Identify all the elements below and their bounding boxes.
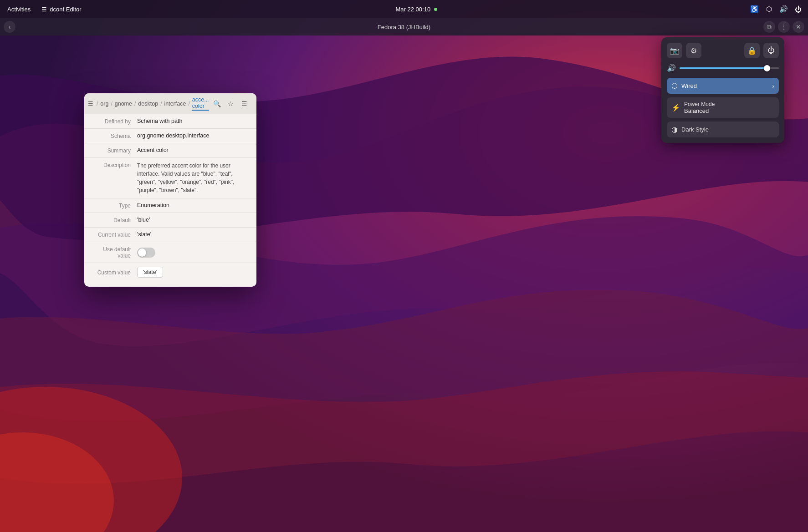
use-default-row: Use default value	[84, 242, 256, 263]
toggle-knob	[138, 248, 146, 257]
summary-value: Accent color	[137, 147, 249, 153]
activities-label: Activities	[7, 6, 31, 13]
app-menu-icon: ☰	[41, 6, 47, 13]
volume-knob	[764, 65, 770, 71]
defined-by-label: Defined by	[92, 118, 137, 125]
defined-by-value: Schema with path	[137, 118, 249, 124]
schema-value: org.gnome.desktop.interface	[137, 132, 249, 139]
volume-row: 🔊	[667, 64, 779, 72]
summary-row: Summary Accent color	[84, 143, 256, 158]
notification-dot	[434, 8, 437, 11]
description-value: The preferred accent color for the user …	[137, 162, 249, 194]
power-mode-info: Power Mode Balanced	[684, 101, 715, 114]
network-arrow-icon: ›	[772, 82, 774, 90]
titlebar-right-controls: ⧉ ⋮ ✕	[763, 21, 804, 33]
path-interface[interactable]: interface	[164, 101, 186, 107]
dark-style-icon: ◑	[671, 125, 678, 134]
path-desktop[interactable]: desktop	[138, 101, 158, 107]
dark-style-row[interactable]: ◑ Dark Style	[667, 122, 779, 137]
screenshot-icon: 📷	[670, 46, 679, 55]
topbar-right: ♿ ⬡ 🔊 ⏻	[748, 3, 808, 15]
popup-icons-left: 📷 ⚙	[667, 43, 701, 58]
type-value: Enumeration	[137, 202, 249, 208]
default-value: 'blue'	[137, 217, 249, 223]
type-label: Type	[92, 202, 137, 209]
settings-icon-btn[interactable]: ⚙	[686, 43, 701, 58]
titlebar-menu-button[interactable]: ⋮	[778, 21, 790, 33]
screenshot-icon-btn[interactable]: 📷	[667, 43, 682, 58]
settings-icon: ⚙	[690, 46, 697, 55]
description-label: Description	[92, 162, 137, 168]
current-value-row: Current value 'slate'	[84, 228, 256, 242]
power-icon[interactable]: ⏻	[792, 3, 804, 15]
topbar-center: Mar 22 00:10	[85, 6, 748, 13]
current-value-label: Current value	[92, 231, 137, 238]
window-titlebar: ‹ Fedora 38 (JHBuild) ⧉ ⋮ ✕	[0, 18, 808, 35]
path-icon: ☰	[88, 100, 93, 107]
systray-popup: 📷 ⚙ 🔒 ⏻ 🔊 ⬡ Wired › ⚡ Po	[661, 37, 784, 143]
schema-row: Schema org.gnome.desktop.interface	[84, 129, 256, 143]
power-off-icon-btn[interactable]: ⏻	[763, 43, 779, 58]
dark-style-label: Dark Style	[681, 126, 709, 133]
power-mode-subtitle: Balanced	[684, 107, 715, 114]
dconf-headerbar: ☰ / org / gnome / desktop / interface / …	[84, 93, 256, 114]
custom-value-row: Custom value 'slate'	[84, 263, 256, 287]
search-button[interactable]: 🔍	[211, 97, 224, 110]
type-row: Type Enumeration	[84, 198, 256, 213]
popup-icons-right: 🔒 ⏻	[744, 43, 779, 58]
summary-label: Summary	[92, 147, 137, 154]
lock-icon-btn[interactable]: 🔒	[744, 43, 760, 58]
description-row: Description The preferred accent color f…	[84, 158, 256, 198]
activities-button[interactable]: Activities	[0, 0, 38, 18]
window-title: Fedora 38 (JHBuild)	[378, 24, 430, 30]
path-org[interactable]: org	[100, 101, 108, 107]
restore-button[interactable]: ⧉	[763, 21, 775, 33]
volume-slider[interactable]	[680, 67, 779, 69]
network-wired-icon: ⬡	[671, 81, 678, 90]
popup-top-row: 📷 ⚙ 🔒 ⏻	[667, 43, 779, 58]
accessibility-icon[interactable]: ♿	[748, 3, 761, 15]
custom-value-button[interactable]: 'slate'	[137, 267, 163, 278]
schema-label: Schema	[92, 132, 137, 139]
dconf-header-actions: 🔍 ☆ ☰ ✕	[211, 97, 256, 110]
path-gnome[interactable]: gnome	[115, 101, 132, 107]
use-default-toggle[interactable]	[137, 248, 155, 258]
power-mode-title: Power Mode	[684, 101, 715, 107]
path-active-segment[interactable]: acce... color	[192, 96, 209, 111]
menu-button[interactable]: ☰	[238, 97, 251, 110]
app-name-label: dconf Editor	[50, 6, 81, 13]
power-mode-icon: ⚡	[671, 103, 680, 112]
volume-fill	[680, 67, 767, 69]
network-icon[interactable]: ⬡	[762, 3, 775, 15]
network-row[interactable]: ⬡ Wired ›	[667, 78, 779, 94]
dconf-editor-window: ☰ / org / gnome / desktop / interface / …	[84, 93, 256, 287]
volume-icon[interactable]: 🔊	[777, 3, 790, 15]
power-mode-row[interactable]: ⚡ Power Mode Balanced	[667, 97, 779, 118]
back-button[interactable]: ‹	[4, 21, 15, 33]
window-close-button[interactable]: ✕	[252, 97, 256, 110]
default-row: Default 'blue'	[84, 213, 256, 228]
lock-icon: 🔒	[747, 46, 757, 55]
dconf-content: Defined by Schema with path Schema org.g…	[84, 114, 256, 287]
topbar: Activities ☰ dconf Editor Mar 22 00:10 ♿…	[0, 0, 808, 18]
custom-value-label: Custom value	[92, 269, 137, 276]
date-time-label: Mar 22 00:10	[396, 6, 431, 13]
defined-by-row: Defined by Schema with path	[84, 114, 256, 129]
default-label: Default	[92, 217, 137, 223]
close-button[interactable]: ✕	[793, 21, 804, 33]
network-label: Wired	[681, 82, 697, 89]
app-name-area: ☰ dconf Editor	[38, 6, 85, 13]
current-value-display: 'slate'	[137, 231, 249, 238]
volume-speaker-icon: 🔊	[667, 64, 676, 72]
titlebar-left-controls: ‹	[4, 21, 15, 33]
bookmark-button[interactable]: ☆	[225, 97, 237, 110]
use-default-label: Use default value	[92, 246, 137, 259]
power-off-icon: ⏻	[767, 46, 775, 55]
